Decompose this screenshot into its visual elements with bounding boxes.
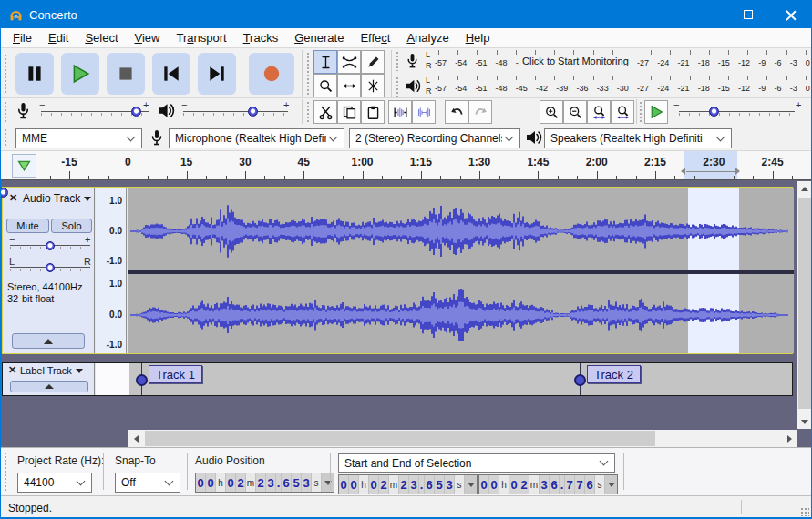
close-label-track-button[interactable]: ✕ — [6, 364, 18, 376]
pause-button[interactable] — [15, 53, 54, 95]
collapse-track-button[interactable] — [12, 333, 85, 349]
edit-toolbar-grip[interactable] — [306, 101, 311, 123]
timeline-pin-button[interactable] — [12, 154, 36, 178]
play-speed-slider-thumb[interactable] — [709, 107, 719, 117]
cut-button[interactable] — [313, 100, 337, 124]
maximize-button[interactable] — [727, 1, 769, 28]
vertical-scroll-thumb[interactable] — [798, 198, 811, 409]
waveform-right[interactable] — [128, 274, 794, 353]
time-dropdown[interactable] — [605, 475, 617, 494]
selection-end-display[interactable]: 00h02m36.776s — [478, 474, 618, 494]
menu-item-transport[interactable]: Transport — [168, 28, 234, 48]
transport-toolbar-grip[interactable] — [4, 54, 8, 94]
zoom-out-button[interactable] — [563, 100, 587, 124]
channel-left[interactable] — [128, 188, 794, 270]
collapse-label-track-button[interactable] — [10, 381, 88, 392]
playback-device-combo[interactable]: Speakers (Realtek High Definiti — [544, 128, 732, 148]
gain-thumb[interactable] — [46, 241, 55, 250]
time-dropdown[interactable] — [465, 475, 477, 494]
mute-button[interactable]: Mute — [6, 219, 49, 233]
recording-meter-grip[interactable] — [396, 51, 400, 71]
envelope-tool-button[interactable] — [337, 50, 361, 74]
gain-slider[interactable] — [10, 240, 90, 253]
time-dropdown[interactable] — [322, 473, 334, 492]
menu-item-select[interactable]: Select — [77, 28, 126, 48]
zoom-fit-button[interactable] — [611, 100, 634, 124]
selection-mode-combo[interactable]: Start and End of Selection — [338, 453, 615, 473]
horizontal-scroll-thumb[interactable] — [145, 431, 655, 446]
device-toolbar-grip[interactable] — [4, 128, 8, 148]
copy-button[interactable] — [337, 100, 361, 124]
playback-meter-grip[interactable] — [396, 76, 400, 97]
audio-host-combo[interactable]: MME — [15, 128, 142, 148]
pan-slider[interactable] — [10, 262, 90, 275]
zoom-selection-button[interactable] — [587, 100, 611, 124]
record-level-slider-thumb[interactable] — [131, 107, 141, 117]
scroll-left-button[interactable] — [128, 430, 144, 447]
record-level-slider[interactable] — [41, 107, 149, 119]
play-button[interactable] — [61, 53, 99, 95]
label-track-content[interactable]: Track 1Track 2 — [96, 363, 792, 395]
timeline-ruler[interactable]: -1501530451:001:151:301:452:002:152:302:… — [1, 151, 811, 180]
vertical-scrollbar[interactable] — [797, 181, 812, 429]
waveform-content[interactable] — [128, 188, 794, 353]
toolbar-grip[interactable] — [4, 452, 8, 492]
zoom-tool-button[interactable] — [313, 74, 337, 97]
skip-start-button[interactable] — [152, 53, 190, 95]
label-track-title-menu[interactable]: Label Track — [20, 365, 83, 376]
silence-button[interactable] — [412, 100, 436, 124]
zoom-in-button[interactable] — [540, 100, 563, 124]
menu-item-edit[interactable]: Edit — [40, 28, 77, 48]
menu-item-view[interactable]: View — [127, 28, 169, 48]
solo-button[interactable]: Solo — [51, 219, 92, 233]
label-item[interactable]: Track 1 — [149, 365, 202, 383]
waveform-left[interactable] — [128, 188, 794, 270]
tools-toolbar-grip[interactable] — [306, 52, 311, 97]
resize-grip[interactable] — [800, 507, 809, 516]
close-track-button[interactable]: ✕ — [7, 192, 19, 204]
label-marker-dot[interactable] — [574, 374, 586, 386]
draw-tool-button[interactable] — [361, 50, 385, 74]
audio-position-display[interactable]: 00h02m23.653s — [195, 473, 334, 493]
playback-meter-icon-wrap[interactable] — [404, 77, 421, 98]
record-button[interactable] — [249, 53, 294, 95]
redo-button[interactable] — [468, 100, 492, 124]
menu-item-generate[interactable]: Generate — [286, 28, 352, 48]
menu-item-file[interactable]: File — [5, 28, 40, 48]
menu-item-tracks[interactable]: Tracks — [235, 28, 287, 48]
pan-thumb[interactable] — [46, 263, 55, 272]
selection-tool-button[interactable] — [313, 50, 337, 74]
stop-button[interactable] — [107, 53, 145, 95]
scroll-up-button[interactable] — [797, 181, 812, 196]
vertical-scale-ruler[interactable]: 1.00.0-1.01.00.0-1.0 — [96, 188, 127, 353]
multi-tool-button[interactable] — [361, 74, 385, 97]
project-rate-combo[interactable]: 44100 — [17, 473, 92, 493]
skip-end-button[interactable] — [198, 53, 236, 95]
recording-meter-icon-wrap[interactable] — [404, 52, 421, 73]
transcription-toolbar-grip[interactable] — [639, 101, 643, 123]
close-button[interactable] — [769, 1, 811, 28]
scroll-down-button[interactable] — [797, 414, 812, 429]
minimize-button[interactable] — [685, 1, 727, 28]
recording-device-combo[interactable]: Microphone (Realtek High Defini — [169, 128, 344, 148]
menu-item-help[interactable]: Help — [457, 28, 499, 48]
menu-item-effect[interactable]: Effect — [352, 28, 398, 48]
play-speed-slider[interactable] — [679, 107, 795, 119]
mixer-toolbar-grip[interactable] — [4, 101, 8, 123]
play-at-speed-button[interactable] — [644, 100, 668, 124]
scroll-right-button[interactable] — [782, 430, 797, 447]
playback-level-slider[interactable] — [183, 107, 288, 119]
snap-to-combo[interactable]: Off — [115, 473, 180, 493]
menu-item-analyze[interactable]: Analyze — [398, 28, 457, 48]
paste-button[interactable] — [361, 100, 385, 124]
trim-button[interactable] — [388, 100, 412, 124]
channel-right[interactable] — [128, 274, 794, 353]
label-marker-dot[interactable] — [136, 374, 148, 386]
recording-channels-combo[interactable]: 2 (Stereo) Recording Channels — [349, 128, 520, 148]
undo-button[interactable] — [445, 100, 468, 124]
playback-level-slider-thumb[interactable] — [248, 107, 258, 117]
selection-start-display[interactable]: 00h02m23.653s — [338, 474, 478, 494]
label-item[interactable]: Track 2 — [587, 365, 641, 383]
horizontal-scrollbar[interactable] — [128, 430, 797, 447]
monitoring-overlay[interactable]: Click to Start Monitoring — [519, 56, 632, 66]
